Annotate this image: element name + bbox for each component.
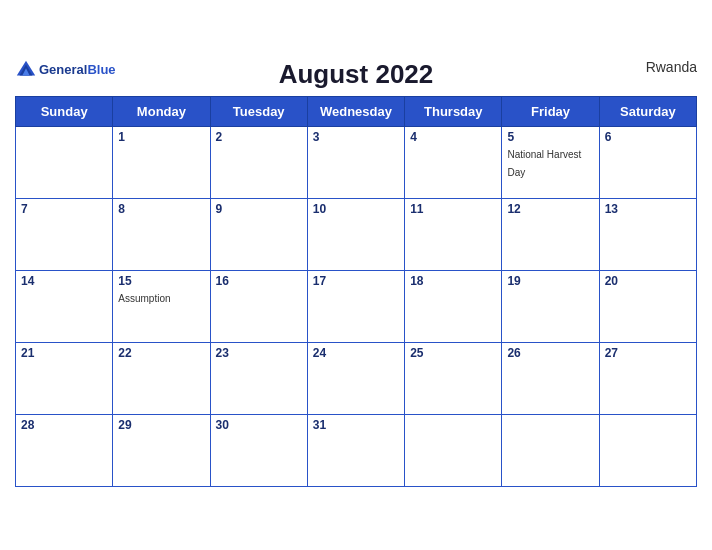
calendar-week-row: 12345National Harvest Day6 bbox=[16, 126, 697, 198]
brand: GeneralBlue bbox=[15, 59, 116, 81]
day-number: 11 bbox=[410, 202, 496, 216]
holiday-name: Assumption bbox=[118, 293, 170, 304]
day-number: 8 bbox=[118, 202, 204, 216]
calendar-day-cell: 17 bbox=[307, 270, 404, 342]
day-number: 15 bbox=[118, 274, 204, 288]
calendar-day-cell bbox=[16, 126, 113, 198]
calendar-day-cell: 4 bbox=[405, 126, 502, 198]
calendar-day-cell: 8 bbox=[113, 198, 210, 270]
calendar-day-cell: 24 bbox=[307, 342, 404, 414]
weekday-header-thursday: Thursday bbox=[405, 96, 502, 126]
day-number: 23 bbox=[216, 346, 302, 360]
day-number: 22 bbox=[118, 346, 204, 360]
brand-logo-svg bbox=[15, 59, 37, 81]
day-number: 30 bbox=[216, 418, 302, 432]
brand-logo: GeneralBlue bbox=[15, 59, 116, 81]
calendar-day-cell: 18 bbox=[405, 270, 502, 342]
day-number: 28 bbox=[21, 418, 107, 432]
calendar-wrapper: GeneralBlue August 2022 Rwanda SundayMon… bbox=[0, 49, 712, 502]
calendar-day-cell: 21 bbox=[16, 342, 113, 414]
calendar-day-cell: 7 bbox=[16, 198, 113, 270]
day-number: 16 bbox=[216, 274, 302, 288]
weekday-header-tuesday: Tuesday bbox=[210, 96, 307, 126]
calendar-day-cell: 2 bbox=[210, 126, 307, 198]
day-number: 17 bbox=[313, 274, 399, 288]
calendar-day-cell bbox=[599, 414, 696, 486]
day-number: 25 bbox=[410, 346, 496, 360]
weekday-header-friday: Friday bbox=[502, 96, 599, 126]
calendar-week-row: 28293031 bbox=[16, 414, 697, 486]
calendar-week-row: 21222324252627 bbox=[16, 342, 697, 414]
calendar-day-cell: 11 bbox=[405, 198, 502, 270]
day-number: 6 bbox=[605, 130, 691, 144]
calendar-day-cell: 31 bbox=[307, 414, 404, 486]
calendar-day-cell bbox=[405, 414, 502, 486]
calendar-day-cell: 25 bbox=[405, 342, 502, 414]
calendar-day-cell: 22 bbox=[113, 342, 210, 414]
calendar-day-cell: 19 bbox=[502, 270, 599, 342]
day-number: 7 bbox=[21, 202, 107, 216]
calendar-day-cell bbox=[502, 414, 599, 486]
weekday-header-sunday: Sunday bbox=[16, 96, 113, 126]
calendar-day-cell: 28 bbox=[16, 414, 113, 486]
day-number: 5 bbox=[507, 130, 593, 144]
calendar-day-cell: 29 bbox=[113, 414, 210, 486]
calendar-day-cell: 20 bbox=[599, 270, 696, 342]
day-number: 24 bbox=[313, 346, 399, 360]
calendar-day-cell: 3 bbox=[307, 126, 404, 198]
calendar-day-cell: 30 bbox=[210, 414, 307, 486]
calendar-table: SundayMondayTuesdayWednesdayThursdayFrid… bbox=[15, 96, 697, 487]
day-number: 9 bbox=[216, 202, 302, 216]
calendar-header: GeneralBlue August 2022 Rwanda bbox=[15, 59, 697, 90]
day-number: 20 bbox=[605, 274, 691, 288]
day-number: 27 bbox=[605, 346, 691, 360]
weekday-header-row: SundayMondayTuesdayWednesdayThursdayFrid… bbox=[16, 96, 697, 126]
day-number: 14 bbox=[21, 274, 107, 288]
weekday-header-saturday: Saturday bbox=[599, 96, 696, 126]
holiday-name: National Harvest Day bbox=[507, 149, 581, 178]
day-number: 19 bbox=[507, 274, 593, 288]
calendar-day-cell: 23 bbox=[210, 342, 307, 414]
day-number: 12 bbox=[507, 202, 593, 216]
day-number: 13 bbox=[605, 202, 691, 216]
country-label: Rwanda bbox=[646, 59, 697, 75]
day-number: 18 bbox=[410, 274, 496, 288]
day-number: 10 bbox=[313, 202, 399, 216]
weekday-header-wednesday: Wednesday bbox=[307, 96, 404, 126]
day-number: 3 bbox=[313, 130, 399, 144]
calendar-day-cell: 26 bbox=[502, 342, 599, 414]
calendar-day-cell: 16 bbox=[210, 270, 307, 342]
calendar-day-cell: 1 bbox=[113, 126, 210, 198]
weekday-header-monday: Monday bbox=[113, 96, 210, 126]
day-number: 26 bbox=[507, 346, 593, 360]
day-number: 2 bbox=[216, 130, 302, 144]
calendar-day-cell: 9 bbox=[210, 198, 307, 270]
calendar-day-cell: 27 bbox=[599, 342, 696, 414]
calendar-day-cell: 12 bbox=[502, 198, 599, 270]
calendar-day-cell: 10 bbox=[307, 198, 404, 270]
calendar-day-cell: 15Assumption bbox=[113, 270, 210, 342]
brand-name: GeneralBlue bbox=[39, 62, 116, 77]
calendar-day-cell: 14 bbox=[16, 270, 113, 342]
calendar-day-cell: 13 bbox=[599, 198, 696, 270]
calendar-title: August 2022 bbox=[279, 59, 434, 90]
calendar-day-cell: 6 bbox=[599, 126, 696, 198]
day-number: 4 bbox=[410, 130, 496, 144]
day-number: 31 bbox=[313, 418, 399, 432]
day-number: 29 bbox=[118, 418, 204, 432]
calendar-day-cell: 5National Harvest Day bbox=[502, 126, 599, 198]
day-number: 1 bbox=[118, 130, 204, 144]
day-number: 21 bbox=[21, 346, 107, 360]
calendar-week-row: 78910111213 bbox=[16, 198, 697, 270]
calendar-week-row: 1415Assumption1617181920 bbox=[16, 270, 697, 342]
